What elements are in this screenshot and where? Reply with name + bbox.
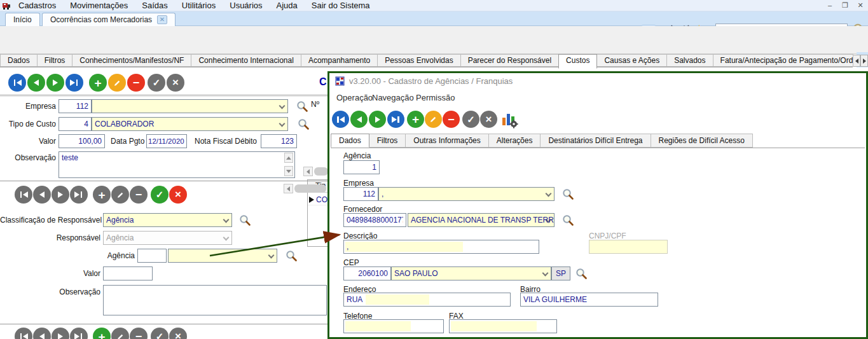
menu-utilitarios[interactable]: Utilitários	[175, 1, 223, 10]
custos-nav-prev-button[interactable]	[27, 74, 45, 92]
resp-nav-next-button[interactable]	[52, 186, 69, 204]
dlg-bairro-input[interactable]	[520, 293, 658, 307]
custos-delete-button[interactable]: −	[127, 74, 145, 92]
menu-sair-do-sistema[interactable]: Sair do Sistema	[305, 1, 377, 10]
scroll-down-button[interactable]	[284, 166, 293, 176]
menu-movimentacoes[interactable]: Movimentações	[63, 1, 135, 10]
dlg-fax-field[interactable]	[449, 319, 557, 333]
menu-saidas[interactable]: Saídas	[135, 1, 174, 10]
bottom-add-button[interactable]: +	[93, 328, 111, 339]
resp-nav-last-button[interactable]	[70, 186, 88, 204]
bottom-edit-button[interactable]	[111, 328, 129, 339]
dlg-cep-city-combo[interactable]: SAO PAULO	[391, 266, 551, 280]
resp-nav-prev-button[interactable]	[33, 186, 51, 204]
dlg-cep-code-input[interactable]	[343, 266, 391, 280]
agencia-combo[interactable]	[168, 249, 277, 263]
tab-parecer-do-responsavel[interactable]: Parecer do Responsável	[460, 54, 559, 67]
tabs-scroll-right-button[interactable]	[860, 55, 868, 67]
custos-nav-last-button[interactable]	[65, 74, 83, 92]
dialog-edit-button[interactable]	[425, 111, 442, 128]
tab-fatura-antecipacao[interactable]: Fatura/Antecipação de Pagamento/Ordem de…	[713, 54, 853, 67]
dlg-agencia-input[interactable]	[343, 160, 380, 174]
empresa-lookup-icon[interactable]	[296, 100, 308, 113]
dlg-endereco-field[interactable]: RUA	[343, 293, 511, 307]
custos-nav-next-button[interactable]	[46, 74, 64, 92]
window-restore-button[interactable]: ❐	[839, 1, 851, 10]
tab-conhecimento-internacional[interactable]: Conhecimento Internacional	[191, 54, 301, 67]
dlg-fornecedor-code-input[interactable]	[343, 213, 406, 227]
tab-conhecimentos-manifestos-nf[interactable]: Conhecimentos/Manifestos/NF	[72, 54, 191, 67]
tab-close-icon[interactable]: ✕	[157, 15, 167, 24]
window-minimize-button[interactable]: –	[823, 1, 836, 10]
dialog-tab-alteracoes[interactable]: Alterações	[488, 134, 541, 148]
dialog-nav-prev-button[interactable]	[350, 111, 368, 128]
scroll-up-button[interactable]	[284, 153, 293, 163]
classificacao-responsavel-combo[interactable]: Agência	[103, 213, 232, 227]
observacao-textarea[interactable]: teste	[59, 151, 295, 178]
resp-delete-button[interactable]: −	[130, 186, 148, 204]
resp-valor-input[interactable]	[103, 266, 153, 280]
dialog-cancel-button[interactable]: ×	[480, 111, 497, 128]
dialog-nav-first-button[interactable]	[332, 111, 349, 128]
dialog-nav-next-button[interactable]	[369, 111, 386, 128]
tab-pessoas-envolvidas[interactable]: Pessoas Envolvidas	[377, 54, 460, 67]
hscroll-thumb[interactable]	[314, 167, 328, 176]
empresa-combo[interactable]	[92, 99, 288, 113]
resp-cancel-button[interactable]: ×	[169, 186, 187, 204]
menu-cadastros[interactable]: Cadastros	[11, 1, 63, 10]
dialog-nav-last-button[interactable]	[387, 111, 404, 128]
resp-edit-button[interactable]	[111, 186, 129, 204]
dialog-tab-destinatarios-dificil-entrega[interactable]: Destinatários Difícil Entrega	[540, 134, 651, 148]
dlg-cnpj-input[interactable]	[589, 240, 668, 254]
data-pgto-input[interactable]	[146, 134, 187, 148]
tab-inicio[interactable]: Início	[5, 13, 40, 26]
dialog-statistics-chart-icon[interactable]	[501, 111, 518, 128]
menu-ajuda[interactable]: Ajuda	[270, 1, 305, 10]
dialog-delete-button[interactable]: −	[443, 111, 460, 128]
empresa-code-input[interactable]	[59, 99, 92, 113]
bottom-nav-last-button[interactable]	[70, 328, 88, 339]
tipo-custo-combo[interactable]: COLABORADOR	[92, 117, 288, 131]
dlg-empresa-code-input[interactable]	[343, 187, 378, 201]
bottom-cancel-button[interactable]: ×	[169, 328, 187, 339]
bottom-nav-next-button[interactable]	[52, 328, 69, 339]
window-close-button[interactable]: ✕	[854, 1, 867, 10]
dlg-empresa-lookup-icon[interactable]	[562, 188, 574, 200]
tab-causas-e-acoes[interactable]: Causas e Ações	[596, 54, 667, 67]
dialog-tab-dados[interactable]: Dados	[331, 134, 369, 148]
custos-edit-button[interactable]	[108, 74, 126, 92]
tab-dados[interactable]: Dados	[0, 54, 38, 67]
dlg-cep-lookup-icon[interactable]	[575, 268, 588, 280]
tipo-custo-code-input[interactable]	[59, 117, 92, 131]
dialog-confirm-button[interactable]: ✓	[462, 111, 479, 128]
dlg-telefone-field[interactable]	[343, 319, 444, 333]
bottom-nav-first-button[interactable]	[15, 328, 32, 339]
dlg-fornecedor-lookup-icon[interactable]	[562, 214, 574, 226]
custos-confirm-button[interactable]: ✓	[148, 74, 165, 92]
dialog-add-button[interactable]: +	[407, 111, 424, 128]
tabs-scroll-left-button[interactable]	[853, 55, 860, 67]
dlg-empresa-combo[interactable]: ,	[378, 187, 555, 201]
tab-acompanhamento[interactable]: Acompanhamento	[301, 54, 378, 67]
grid-hscroll-left-button[interactable]	[284, 184, 293, 193]
custos-add-button[interactable]: +	[89, 74, 107, 92]
dialog-menu-permissao[interactable]: Permissão	[416, 93, 455, 102]
bottom-nav-prev-button[interactable]	[33, 328, 51, 339]
agencia-code-input[interactable]	[137, 249, 167, 263]
dialog-menu-navegacao[interactable]: Navegação	[372, 93, 414, 102]
valor-input[interactable]	[59, 134, 105, 148]
menu-usuarios[interactable]: Usuários	[223, 1, 269, 10]
dialog-tab-regioes-dificil-acesso[interactable]: Regiões de Difícil Acesso	[651, 134, 753, 148]
agencia-lookup-icon[interactable]	[286, 250, 298, 262]
bottom-delete-button[interactable]: −	[130, 328, 148, 339]
bottom-confirm-button[interactable]: ✓	[151, 328, 169, 339]
nota-fiscal-debito-input[interactable]	[261, 134, 297, 148]
tab-filtros[interactable]: Filtros	[37, 54, 73, 67]
grid-hscroll-thumb[interactable]	[294, 184, 326, 193]
classificacao-lookup-icon[interactable]	[239, 214, 251, 226]
resp-nav-first-button[interactable]	[15, 186, 32, 204]
dlg-descricao-field[interactable]: ,	[343, 240, 539, 254]
resp-observacao-textarea[interactable]	[103, 285, 327, 315]
resp-confirm-button[interactable]: ✓	[151, 186, 169, 204]
tab-custos-active[interactable]: Custos	[558, 54, 597, 69]
